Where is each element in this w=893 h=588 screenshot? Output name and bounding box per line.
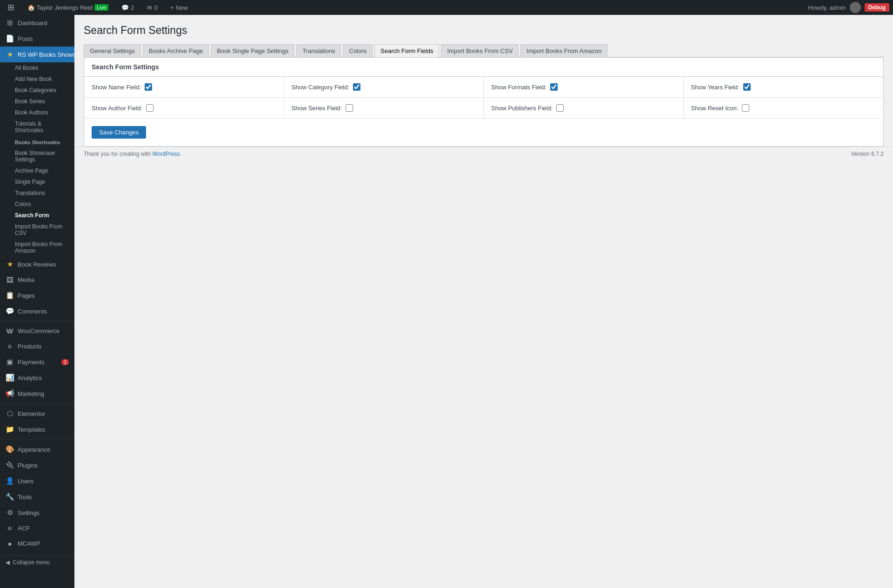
- sidebar-item-book-reviews[interactable]: ★ Book Reviews: [0, 256, 74, 272]
- submenu-book-authors[interactable]: Book Authors: [0, 107, 74, 118]
- sidebar-item-label: Templates: [18, 426, 45, 433]
- debug-badge[interactable]: Debug: [865, 3, 889, 12]
- sidebar-item-woocommerce[interactable]: W WooCommerce: [0, 323, 74, 339]
- main-content: Search Form Settings General Settings Bo…: [74, 15, 893, 588]
- submenu-archive-page[interactable]: Archive Page: [0, 165, 74, 176]
- show-author-field-checkbox[interactable]: [146, 104, 153, 112]
- users-icon: 👤: [6, 477, 14, 485]
- book-reviews-icon: ★: [6, 260, 14, 268]
- submenu-add-new-book[interactable]: Add New Book: [0, 74, 74, 85]
- show-reset-icon-checkbox[interactable]: [742, 104, 749, 112]
- pages-icon: 📋: [6, 291, 14, 300]
- tab-colors[interactable]: Colors: [343, 44, 373, 57]
- comments-bar[interactable]: 💬 2: [118, 0, 138, 15]
- appearance-icon: 🎨: [6, 445, 14, 454]
- sidebar-item-label: Appearance: [18, 446, 50, 453]
- submenu-translations[interactable]: Translations: [0, 187, 74, 199]
- show-series-field-checkbox[interactable]: [346, 104, 353, 112]
- footer-wp-link[interactable]: WordPress.: [152, 151, 181, 157]
- products-icon: ≡: [6, 342, 14, 350]
- sidebar-item-comments[interactable]: 💬 Comments: [0, 303, 74, 319]
- tab-import-csv[interactable]: Import Books From CSV: [441, 44, 519, 57]
- tab-translations[interactable]: Translations: [296, 44, 341, 57]
- collapse-menu-button[interactable]: ◀ Collapse menu: [0, 555, 74, 569]
- sidebar-item-marketing[interactable]: 📢 Marketing: [0, 386, 74, 401]
- footer-version: Version 6.7.2: [851, 151, 884, 157]
- sidebar-item-appearance[interactable]: 🎨 Appearance: [0, 441, 74, 457]
- wp-logo[interactable]: ⊞: [4, 0, 18, 15]
- sidebar-item-elementor[interactable]: ⬡ Elementor: [0, 406, 74, 421]
- settings-icon: ⚙: [6, 508, 14, 517]
- sidebar-item-users[interactable]: 👤 Users: [0, 473, 74, 489]
- sidebar-item-mc4wp[interactable]: ● MC4WP: [0, 536, 74, 551]
- save-changes-button[interactable]: Save Changes: [92, 126, 146, 139]
- analytics-icon: 📊: [6, 374, 14, 382]
- tab-search-form-fields[interactable]: Search Form Fields: [374, 44, 439, 57]
- sidebar-item-products[interactable]: ≡ Products: [0, 339, 74, 354]
- submenu-single-page[interactable]: Single Page: [0, 176, 74, 187]
- rs-wp-books-submenu: All Books Add New Book Book Categories B…: [0, 62, 74, 256]
- sidebar-item-label: Settings: [18, 509, 40, 516]
- sidebar-item-rs-wp-books[interactable]: ★ RS WP Books Showcase: [0, 47, 74, 62]
- sidebar-item-posts[interactable]: 📄 Posts: [0, 31, 74, 47]
- new-content-bar[interactable]: + New: [167, 0, 192, 15]
- tab-book-single-page-settings[interactable]: Book Single Page Settings: [211, 44, 294, 57]
- sidebar-item-analytics[interactable]: 📊 Analytics: [0, 370, 74, 386]
- sidebar-item-acf[interactable]: ≡ ACF: [0, 521, 74, 536]
- show-formats-field-checkbox[interactable]: [550, 83, 558, 91]
- show-years-field-label: Show Years Field:: [691, 84, 740, 91]
- messages-bar[interactable]: ✉ 0: [143, 0, 161, 15]
- submenu-tutorials-shortcodes[interactable]: Tutorials & Shortcodes: [0, 118, 74, 136]
- sidebar-item-payments[interactable]: ▣ Payments 1: [0, 354, 74, 370]
- submenu-all-books[interactable]: All Books: [0, 62, 74, 74]
- sidebar-item-templates[interactable]: 📁 Templates: [0, 421, 74, 437]
- show-category-field-checkbox[interactable]: [353, 83, 360, 91]
- admin-bar: ⊞ 🏠 Taylor Jenkings Reid Live 💬 2 ✉ 0 + …: [0, 0, 893, 15]
- plugins-icon: 🔌: [6, 461, 14, 469]
- footer-thank-you: Thank you for creating with: [84, 151, 151, 157]
- submenu-book-series[interactable]: Book Series: [0, 96, 74, 107]
- site-name-bar[interactable]: 🏠 Taylor Jenkings Reid Live: [24, 0, 112, 15]
- sidebar-item-label: Dashboard: [18, 20, 47, 27]
- show-years-field-checkbox[interactable]: [743, 83, 751, 91]
- sidebar-item-label: Analytics: [18, 374, 42, 381]
- show-author-field-cell: Show Author Field:: [84, 98, 284, 119]
- page-title: Search Form Settings: [84, 24, 884, 37]
- sidebar-item-label: Marketing: [18, 390, 44, 397]
- show-reset-icon-label: Show Reset Icon:: [691, 105, 739, 112]
- wp-footer: Thank you for creating with WordPress. V…: [74, 147, 893, 161]
- sidebar-item-dashboard[interactable]: ⊞ Dashboard: [0, 15, 74, 31]
- tab-books-archive-page[interactable]: Books Archive Page: [143, 44, 209, 57]
- show-name-field-checkbox[interactable]: [145, 83, 152, 91]
- submenu-colors[interactable]: Colors: [0, 199, 74, 210]
- howdy-text: Howdy, admin: [808, 4, 846, 11]
- submenu-book-categories[interactable]: Book Categories: [0, 85, 74, 96]
- form-row-2: Show Author Field: Show Series Field: Sh…: [84, 98, 883, 119]
- sidebar-item-label: MC4WP: [18, 540, 40, 547]
- sidebar-item-pages[interactable]: 📋 Pages: [0, 287, 74, 303]
- tab-general-settings[interactable]: General Settings: [84, 44, 141, 57]
- sidebar-item-label: WooCommerce: [18, 327, 60, 334]
- sidebar-item-tools[interactable]: 🔧 Tools: [0, 489, 74, 505]
- sidebar-item-settings[interactable]: ⚙ Settings: [0, 505, 74, 521]
- tab-import-amazon[interactable]: Import Books From Amazon: [520, 44, 607, 57]
- submenu-book-showcase-settings[interactable]: Book Showcase Settings: [0, 147, 74, 165]
- admin-avatar: [850, 2, 861, 13]
- sidebar-item-media[interactable]: 🖼 Media: [0, 272, 74, 287]
- show-publishers-field-checkbox[interactable]: [556, 104, 564, 112]
- show-author-field-label: Show Author Field:: [92, 105, 142, 112]
- collapse-icon: ◀: [6, 559, 10, 566]
- submenu-search-form[interactable]: Search Form: [0, 210, 74, 221]
- settings-tabs: General Settings Books Archive Page Book…: [84, 44, 884, 57]
- submenu-import-csv[interactable]: Import Books From CSV: [0, 221, 74, 239]
- sidebar-item-label: RS WP Books Showcase: [18, 51, 74, 58]
- comments-icon: 💬: [121, 4, 129, 11]
- submenu-import-amazon[interactable]: Import Books From Amazon: [0, 239, 74, 256]
- show-name-field-label: Show Name Field:: [92, 84, 141, 91]
- separator: [0, 321, 74, 321]
- comments-icon: 💬: [6, 307, 14, 315]
- settings-section: Search Form Settings Show Name Field: Sh…: [84, 57, 884, 147]
- sidebar-item-plugins[interactable]: 🔌 Plugins: [0, 457, 74, 473]
- sidebar-item-label: Users: [18, 478, 33, 485]
- payments-badge: 1: [61, 359, 69, 365]
